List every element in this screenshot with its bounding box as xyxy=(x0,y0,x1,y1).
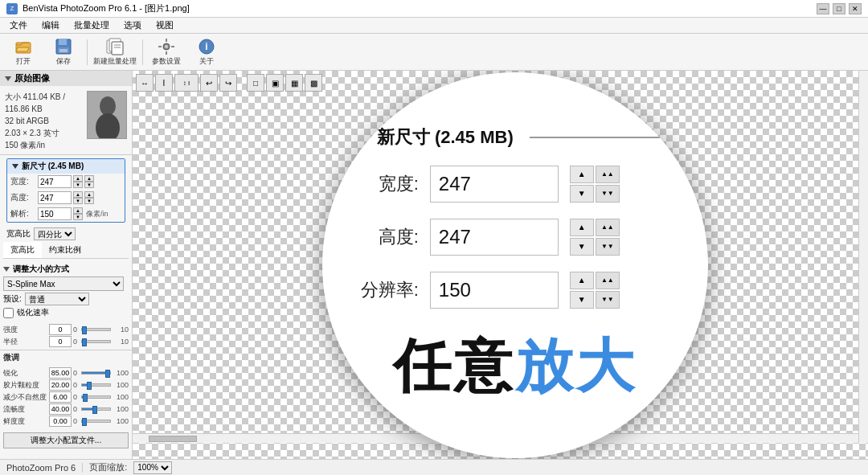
menu-file[interactable]: 文件 xyxy=(3,18,34,32)
zoom-select[interactable]: 100% 50% 200% xyxy=(133,461,172,474)
original-section-header[interactable]: 原始图像 xyxy=(0,71,132,86)
canvas-tool-undo[interactable]: ↩ xyxy=(200,74,218,92)
batch-button[interactable]: 新建批量处理 xyxy=(92,36,137,68)
sharpen-checkbox[interactable] xyxy=(3,308,14,318)
smoothness-track[interactable] xyxy=(81,407,111,411)
circle-resolution-spin-group-2: ▲▲ ▼▼ xyxy=(596,272,620,309)
height-input[interactable] xyxy=(38,191,72,204)
sharpness-track[interactable] xyxy=(81,371,111,375)
settings-button[interactable]: 参数设置 xyxy=(148,36,185,68)
width-up2-button[interactable]: ▲ xyxy=(84,175,94,182)
circle-width-up2-button[interactable]: ▲▲ xyxy=(596,166,620,183)
resolution2-track[interactable] xyxy=(81,420,111,423)
circle-width-down-button[interactable]: ▼ xyxy=(570,185,594,203)
height-up-button[interactable]: ▲ xyxy=(73,191,83,198)
canvas-tool-redo[interactable]: ↪ xyxy=(219,74,237,92)
resolution2-min: 0 xyxy=(73,417,80,425)
sharpness-row: 锐化 0 100 xyxy=(3,367,129,379)
tab-compare[interactable]: 宽高比 xyxy=(3,242,42,258)
circle-resolution-down2-button[interactable]: ▼▼ xyxy=(596,291,620,309)
configure-button[interactable]: 调整大小配置文件... xyxy=(3,432,129,448)
menu-edit[interactable]: 编辑 xyxy=(35,18,66,32)
circle-width-up-button[interactable]: ▲ xyxy=(570,166,594,183)
strength-input[interactable] xyxy=(49,324,72,335)
canvas-tool-view1[interactable]: □ xyxy=(247,74,264,92)
open-button[interactable]: 打开 xyxy=(5,36,42,68)
minimize-button[interactable]: — xyxy=(817,3,829,14)
slider-section: 强度 0 10 半径 0 10 xyxy=(0,321,132,350)
noise-track[interactable] xyxy=(81,395,111,399)
menu-view[interactable]: 视图 xyxy=(149,18,180,32)
radius-min: 0 xyxy=(73,338,80,346)
circle-height-input[interactable] xyxy=(430,219,559,256)
circle-resolution-input[interactable] xyxy=(430,272,559,309)
resolution-down-button[interactable]: ▼ xyxy=(73,214,83,220)
circle-height-up-button[interactable]: ▲ xyxy=(570,219,594,236)
restore-button[interactable]: □ xyxy=(833,3,845,14)
circle-overlay: 新尺寸 (2.45 MB) 宽度: ▲ ▼ ▲▲ ▼▼ xyxy=(322,72,708,458)
title-bar-buttons[interactable]: — □ ✕ xyxy=(817,3,862,14)
height-down2-button[interactable]: ▼ xyxy=(84,198,94,204)
close-button[interactable]: ✕ xyxy=(849,3,862,14)
width-input[interactable] xyxy=(38,175,72,188)
app-icon: Z xyxy=(6,3,18,14)
circle-height-spin-group-1: ▲ ▼ xyxy=(570,219,594,256)
menu-batch[interactable]: 批量处理 xyxy=(68,18,116,32)
width-down2-button[interactable]: ▼ xyxy=(84,182,94,188)
radius-input[interactable] xyxy=(49,336,72,347)
circle-height-down-button[interactable]: ▼ xyxy=(570,238,594,256)
circle-height-up2-button[interactable]: ▲▲ xyxy=(596,219,620,236)
artifact-max: 100 xyxy=(113,381,129,389)
method-select[interactable]: S-Spline Max xyxy=(3,276,124,291)
circle-width-spin-group-2: ▲▲ ▼▼ xyxy=(596,166,620,203)
circle-resolution-up-button[interactable]: ▲ xyxy=(570,272,594,289)
sharpness-max: 100 xyxy=(113,369,129,377)
ratio-label: 宽高比 xyxy=(6,228,31,240)
smoothness-input[interactable] xyxy=(49,403,72,415)
circle-title-row: 新尺寸 (2.45 MB) xyxy=(354,125,676,149)
circle-width-input[interactable] xyxy=(430,166,559,203)
tab-scale[interactable]: 约束比例 xyxy=(42,242,88,258)
height-down-button[interactable]: ▼ xyxy=(73,198,83,204)
sharpness-input[interactable] xyxy=(49,367,72,379)
status-separator xyxy=(82,463,83,473)
artifact-track[interactable] xyxy=(81,383,111,387)
strength-track[interactable] xyxy=(81,328,111,331)
sharpen-checkbox-row: 锐化速率 xyxy=(3,307,129,318)
about-button[interactable]: i 关于 xyxy=(188,36,225,68)
canvas-tool-view3[interactable]: ▦ xyxy=(285,74,303,92)
menu-options[interactable]: 选项 xyxy=(117,18,148,32)
height-up2-button[interactable]: ▲ xyxy=(84,191,94,198)
vertical-scrollbar[interactable] xyxy=(858,71,868,443)
resize-section-label: 调整大小的方式 xyxy=(13,264,69,275)
canvas-tool-cursor[interactable]: I xyxy=(155,74,173,92)
canvas-tool-resize[interactable]: ↕ I xyxy=(174,74,199,92)
artifact-input[interactable] xyxy=(49,379,72,391)
width-up-button[interactable]: ▲ xyxy=(73,175,83,182)
noise-input[interactable] xyxy=(49,391,72,403)
radius-track[interactable] xyxy=(81,340,111,343)
app-status-label: PhotoZoom Pro 6 xyxy=(6,463,76,473)
circle-width-down2-button[interactable]: ▼▼ xyxy=(596,185,620,203)
dimensions-info: 2.03 × 2.3 英寸 xyxy=(5,127,84,139)
preset-select[interactable]: 普通 xyxy=(25,293,89,305)
micro-label: 微调 xyxy=(3,353,19,362)
resolution-input[interactable] xyxy=(38,207,72,220)
circle-resolution-down-button[interactable]: ▼ xyxy=(570,291,594,309)
resolution-up-button[interactable]: ▲ xyxy=(73,207,83,214)
canvas-tool-move[interactable]: ↔ xyxy=(136,74,154,92)
circle-resolution-spins: ▲ ▼ ▲▲ ▼▼ xyxy=(570,272,620,309)
menu-bar: 文件 编辑 批量处理 选项 视图 xyxy=(0,18,868,34)
width-down-button[interactable]: ▼ xyxy=(73,182,83,188)
scrollbar-thumb[interactable] xyxy=(149,436,197,442)
canvas-tool-view2[interactable]: ▣ xyxy=(266,74,284,92)
resolution2-input[interactable] xyxy=(49,416,72,427)
circle-height-down2-button[interactable]: ▼▼ xyxy=(596,238,620,256)
original-section: 原始图像 大小 411.04 KB / 116.86 KB 32 bit ARG… xyxy=(0,71,132,155)
sharpness-min: 0 xyxy=(73,369,80,377)
circle-resolution-up2-button[interactable]: ▲▲ xyxy=(596,272,620,289)
resolution-field-row: 解析: ▲ ▼ 像素/in xyxy=(7,206,125,222)
ratio-select[interactable]: 四分比 xyxy=(34,227,76,240)
save-button[interactable]: 保存 xyxy=(45,36,82,68)
canvas-tool-view4[interactable]: ▩ xyxy=(305,74,322,92)
